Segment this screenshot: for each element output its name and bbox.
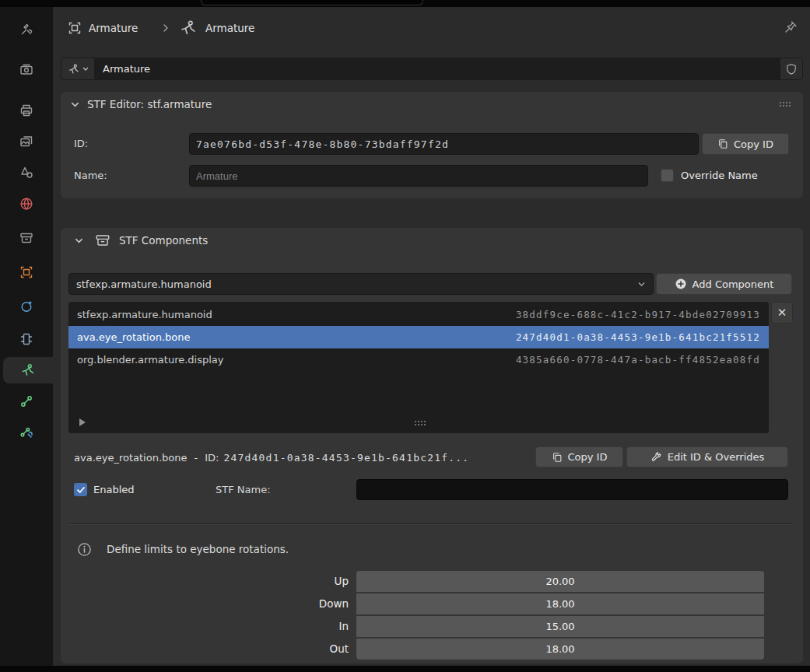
stf-name-override-field[interactable] <box>189 165 648 187</box>
tab-armature-data[interactable] <box>3 357 53 383</box>
component-detail-header: ava.eye_rotation.bone - ID: 247d40d1-0a3… <box>74 447 469 468</box>
tab-render[interactable] <box>0 58 53 82</box>
limit-down-slider[interactable]: 18.00 <box>356 593 764 614</box>
tab-collection[interactable] <box>0 226 53 250</box>
tab-object[interactable] <box>0 261 53 284</box>
editor-bottom-edge <box>0 666 810 672</box>
component-list-row[interactable]: stfexp.armature.humanoid 38ddf9ce-688c-4… <box>68 303 769 326</box>
enabled-label: Enabled <box>93 479 135 500</box>
tab-bone-constraint[interactable] <box>0 421 53 444</box>
tab-bone[interactable] <box>0 390 53 413</box>
component-description: Define limits to eyebone rotations. <box>107 541 289 558</box>
chevron-down-icon <box>82 66 89 72</box>
edit-id-overrides-button[interactable]: Edit ID & Overrides <box>626 446 788 467</box>
component-type-value: stfexp.armature.humanoid <box>76 278 212 290</box>
name-label: Name: <box>74 165 107 187</box>
view-layer-icon <box>19 134 34 149</box>
object-constraints-icon <box>19 331 34 347</box>
physics-icon <box>19 299 34 314</box>
properties-editor: Armature Armature <box>0 0 810 672</box>
stf-editor-panel-header[interactable]: STF Editor: stf.armature <box>61 92 803 117</box>
editor-above-remnant <box>201 0 423 5</box>
bone-constraint-icon <box>19 425 34 440</box>
stf-components-panel-title: STF Components <box>119 228 208 253</box>
shield-icon <box>784 62 798 76</box>
id-label: ID: <box>74 133 88 155</box>
component-type-dropdown[interactable]: stfexp.armature.humanoid <box>68 273 654 295</box>
limit-out-slider[interactable]: 18.00 <box>356 639 764 660</box>
component-id: 4385a660-0778-447a-bacb-ff4852ea08fd <box>516 354 760 366</box>
info-icon <box>77 542 92 557</box>
tool-icon <box>19 22 34 37</box>
enabled-checkbox[interactable] <box>74 483 87 496</box>
render-icon <box>19 62 34 78</box>
stf-components-panel: STF Components stfexp.armature.humanoid … <box>61 228 803 663</box>
components-box-icon <box>94 232 111 249</box>
armature-data-icon <box>20 362 36 378</box>
scene-icon <box>19 165 34 180</box>
chevron-down-icon <box>74 236 84 246</box>
wrench-icon <box>650 451 662 463</box>
copy-icon <box>552 452 563 463</box>
editor-top-edge <box>0 0 810 7</box>
tab-world[interactable] <box>0 192 53 215</box>
datablock-type-dropdown[interactable] <box>61 58 95 80</box>
limit-up-slider[interactable]: 20.00 <box>356 571 764 592</box>
datablock-selector-row <box>61 58 803 80</box>
component-detail-id-value: 247d40d1-0a38-4453-9e1b-641bc21f... <box>223 447 469 468</box>
properties-tab-bar <box>0 7 53 666</box>
component-id: 38ddf9ce-688c-41c2-b917-4bde02709913 <box>516 309 760 320</box>
detail-copy-id-button-label: Copy ID <box>568 451 608 463</box>
check-icon <box>76 485 86 495</box>
copy-id-button[interactable]: Copy ID <box>702 133 789 155</box>
component-detail-separator: - <box>195 447 198 468</box>
chevron-down-icon <box>637 280 646 289</box>
breadcrumb-object-name: Armature <box>89 19 138 37</box>
add-component-button[interactable]: Add Component <box>656 273 792 295</box>
datablock-name-input[interactable] <box>95 58 780 80</box>
pin-icon[interactable] <box>783 19 798 35</box>
limit-in-label: In <box>201 616 349 637</box>
copy-icon <box>717 138 728 149</box>
tab-view-layer[interactable] <box>0 130 53 153</box>
collection-icon <box>19 230 34 246</box>
limit-in-slider[interactable]: 15.00 <box>356 616 764 637</box>
component-detail-id-label: ID: <box>205 447 219 468</box>
component-list-row-selected[interactable]: ava.eye_rotation.bone 247d40d1-0a38-4453… <box>68 326 769 348</box>
add-component-button-label: Add Component <box>693 278 774 290</box>
stf-name-input[interactable] <box>356 479 788 500</box>
remove-component-button[interactable]: ✕ <box>771 302 793 324</box>
output-icon <box>19 103 34 118</box>
properties-content: Armature Armature <box>53 7 810 666</box>
list-expander-triangle-icon[interactable] <box>79 418 86 426</box>
tab-output[interactable] <box>0 99 53 122</box>
world-icon <box>19 196 34 212</box>
stf-editor-panel-title: STF Editor: stf.armature <box>87 92 212 117</box>
tab-object-constraints[interactable] <box>0 327 53 351</box>
override-name-label: Override Name <box>681 165 758 187</box>
component-list-row[interactable]: org.blender.armature.display 4385a660-07… <box>68 348 769 371</box>
fake-user-shield-button[interactable] <box>780 58 803 80</box>
breadcrumb-data-name: Armature <box>205 19 254 37</box>
plus-circle-icon <box>675 278 687 290</box>
bone-icon <box>19 394 34 409</box>
component-name: ava.eye_rotation.bone <box>77 331 191 343</box>
separator <box>68 523 792 524</box>
limit-up-label: Up <box>201 571 349 592</box>
armature-mini-icon <box>68 63 80 75</box>
stf-name-label: STF Name: <box>216 479 271 500</box>
stf-components-panel-header[interactable]: STF Components <box>61 228 803 253</box>
tab-tool[interactable] <box>0 18 53 41</box>
edit-id-overrides-button-label: Edit ID & Overrides <box>668 451 765 463</box>
detail-copy-id-button[interactable]: Copy ID <box>535 446 623 467</box>
component-list: stfexp.armature.humanoid 38ddf9ce-688c-4… <box>68 302 769 433</box>
stf-id-field[interactable] <box>189 133 699 155</box>
override-name-checkbox[interactable] <box>661 169 674 182</box>
copy-id-button-label: Copy ID <box>734 138 773 150</box>
panel-drag-grip[interactable] <box>780 102 792 107</box>
breadcrumb-object-icon <box>67 20 82 36</box>
component-name: org.blender.armature.display <box>77 354 224 366</box>
tab-physics[interactable] <box>0 295 53 318</box>
list-resize-grip[interactable] <box>415 421 427 426</box>
tab-scene[interactable] <box>0 161 53 184</box>
